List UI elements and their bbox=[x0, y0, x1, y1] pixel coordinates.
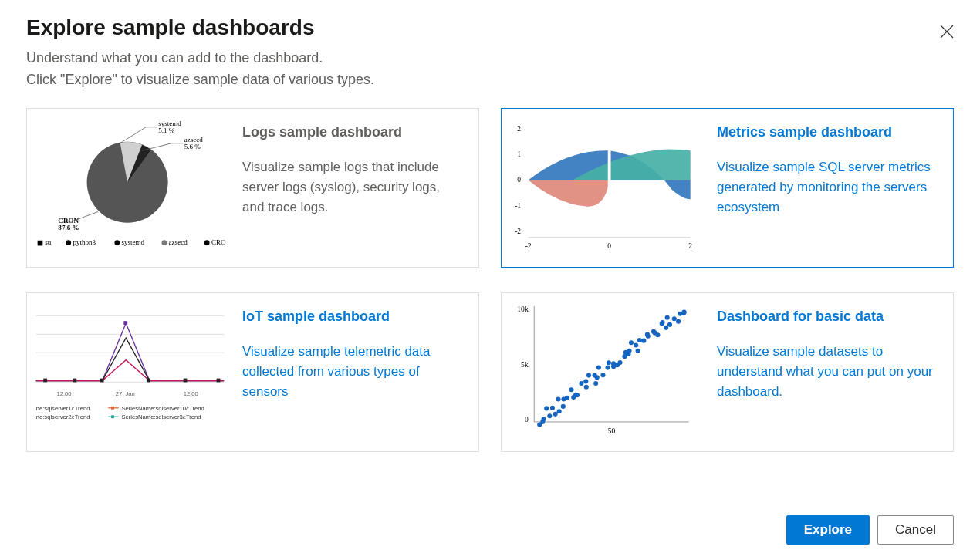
card-iot-desc: Visualize sample telemetric data collect… bbox=[242, 342, 465, 403]
svg-point-73 bbox=[565, 395, 569, 400]
svg-text:CRON: CRON bbox=[58, 217, 79, 224]
svg-text:-1: -1 bbox=[515, 201, 521, 210]
svg-point-64 bbox=[541, 417, 546, 421]
explore-button[interactable]: Explore bbox=[786, 515, 870, 545]
card-grid: systemd 5.1 % azsecd 5.6 % CRON 87.6 % s… bbox=[26, 108, 954, 452]
svg-text:5.6 %: 5.6 % bbox=[184, 143, 201, 150]
svg-point-79 bbox=[583, 379, 588, 383]
svg-rect-51 bbox=[111, 407, 114, 410]
svg-point-84 bbox=[595, 375, 600, 380]
svg-point-92 bbox=[617, 360, 622, 365]
svg-rect-43 bbox=[184, 378, 188, 382]
svg-point-17 bbox=[114, 240, 120, 245]
subtitle-line-2: Click "Explore" to visualize sample data… bbox=[26, 72, 374, 87]
svg-point-100 bbox=[637, 338, 642, 342]
thumb-metrics: 2 1 0 -1 -2 -2 0 bbox=[502, 109, 706, 267]
svg-text:5.1 %: 5.1 % bbox=[158, 127, 175, 134]
svg-point-85 bbox=[596, 365, 601, 369]
svg-text:python3: python3 bbox=[73, 238, 96, 246]
svg-point-86 bbox=[600, 373, 605, 377]
svg-text:5k: 5k bbox=[521, 360, 529, 369]
svg-text:1: 1 bbox=[517, 150, 521, 158]
cancel-button[interactable]: Cancel bbox=[877, 515, 954, 545]
svg-point-68 bbox=[553, 412, 558, 417]
svg-point-69 bbox=[557, 409, 562, 413]
svg-rect-54 bbox=[111, 415, 114, 418]
svg-rect-38 bbox=[43, 378, 47, 382]
svg-text:2: 2 bbox=[517, 123, 521, 132]
svg-text:0: 0 bbox=[525, 415, 529, 423]
svg-point-83 bbox=[593, 381, 598, 386]
card-iot-title: IoT sample dashboard bbox=[242, 309, 465, 325]
card-basic-title: Dashboard for basic data bbox=[717, 309, 939, 325]
svg-text:0: 0 bbox=[517, 175, 521, 184]
svg-point-74 bbox=[569, 387, 573, 392]
svg-text:10k: 10k bbox=[517, 305, 529, 313]
svg-point-103 bbox=[646, 334, 651, 339]
card-basic-desc: Visualize sample datasets to understand … bbox=[717, 342, 939, 403]
card-metrics[interactable]: 2 1 0 -1 -2 -2 0 bbox=[501, 108, 954, 268]
close-button[interactable] bbox=[935, 20, 958, 43]
svg-point-113 bbox=[676, 319, 681, 324]
card-metrics-desc: Visualize sample SQL server metrics gene… bbox=[717, 157, 939, 218]
svg-point-67 bbox=[550, 405, 555, 410]
card-basic[interactable]: 10k 5k 0 50 Dashboard for basic data Vis… bbox=[501, 292, 954, 452]
card-logs[interactable]: systemd 5.1 % azsecd 5.6 % CRON 87.6 % s… bbox=[26, 108, 479, 268]
svg-rect-44 bbox=[217, 378, 221, 382]
card-logs-desc: Visualize sample logs that include serve… bbox=[242, 157, 465, 218]
svg-text:12:00: 12:00 bbox=[184, 390, 198, 396]
svg-point-110 bbox=[665, 315, 670, 319]
svg-text:-2: -2 bbox=[525, 241, 532, 250]
svg-point-112 bbox=[672, 316, 677, 321]
svg-point-93 bbox=[622, 354, 627, 359]
svg-point-96 bbox=[627, 348, 631, 353]
svg-point-98 bbox=[634, 342, 638, 347]
svg-point-88 bbox=[607, 360, 611, 365]
thumb-logs: systemd 5.1 % azsecd 5.6 % CRON 87.6 % s… bbox=[27, 109, 231, 267]
svg-text:27. Jan: 27. Jan bbox=[116, 390, 135, 396]
card-logs-title: Logs sample dashboard bbox=[242, 124, 465, 140]
svg-rect-42 bbox=[147, 378, 150, 382]
svg-text:systemd: systemd bbox=[121, 238, 144, 246]
page-subtitle: Understand what you can add to the dashb… bbox=[26, 48, 954, 91]
svg-point-78 bbox=[579, 381, 583, 386]
card-metrics-title: Metrics sample dashboard bbox=[717, 124, 939, 140]
svg-point-19 bbox=[162, 240, 167, 245]
svg-text:2: 2 bbox=[688, 241, 692, 250]
svg-text:CRO: CRO bbox=[211, 238, 226, 246]
svg-text:12:00: 12:00 bbox=[56, 390, 71, 396]
svg-point-21 bbox=[204, 240, 210, 245]
svg-rect-39 bbox=[73, 378, 76, 382]
svg-point-116 bbox=[682, 309, 687, 314]
svg-point-65 bbox=[544, 406, 549, 410]
card-iot[interactable]: 12:00 27. Jan 12:00 ne:sqlserver1/:Trend… bbox=[26, 292, 479, 452]
svg-point-66 bbox=[547, 413, 552, 418]
close-icon bbox=[940, 25, 954, 39]
svg-text:systemd: systemd bbox=[158, 120, 181, 127]
svg-text:SeriesName:sqlserver10/:Trend: SeriesName:sqlserver10/:Trend bbox=[121, 404, 204, 411]
svg-text:0: 0 bbox=[607, 241, 611, 250]
svg-point-87 bbox=[606, 365, 610, 369]
subtitle-line-1: Understand what you can add to the dashb… bbox=[26, 50, 323, 66]
svg-point-106 bbox=[655, 332, 660, 337]
svg-point-101 bbox=[641, 338, 646, 342]
thumb-basic: 10k 5k 0 50 bbox=[502, 293, 706, 451]
svg-point-77 bbox=[575, 393, 580, 397]
thumb-iot: 12:00 27. Jan 12:00 ne:sqlserver1/:Trend… bbox=[27, 293, 231, 451]
svg-point-81 bbox=[586, 373, 591, 377]
svg-text:87.6 %: 87.6 % bbox=[58, 224, 79, 231]
svg-rect-40 bbox=[100, 378, 104, 382]
svg-text:ne:sqlserver2/:Trend: ne:sqlserver2/:Trend bbox=[36, 413, 90, 420]
svg-text:ne:sqlserver1/:Trend: ne:sqlserver1/:Trend bbox=[36, 404, 90, 411]
svg-rect-41 bbox=[123, 321, 127, 325]
svg-rect-13 bbox=[38, 241, 43, 246]
svg-point-99 bbox=[636, 349, 640, 353]
page-title: Explore sample dashboards bbox=[26, 15, 314, 40]
svg-point-71 bbox=[561, 404, 566, 409]
svg-point-70 bbox=[556, 396, 560, 401]
svg-text:su: su bbox=[45, 238, 52, 246]
svg-text:SeriesName:sqlserver3/:Trend: SeriesName:sqlserver3/:Trend bbox=[121, 413, 201, 420]
svg-point-80 bbox=[584, 385, 589, 390]
svg-point-111 bbox=[667, 322, 672, 327]
dialog-footer: Explore Cancel bbox=[786, 515, 954, 545]
